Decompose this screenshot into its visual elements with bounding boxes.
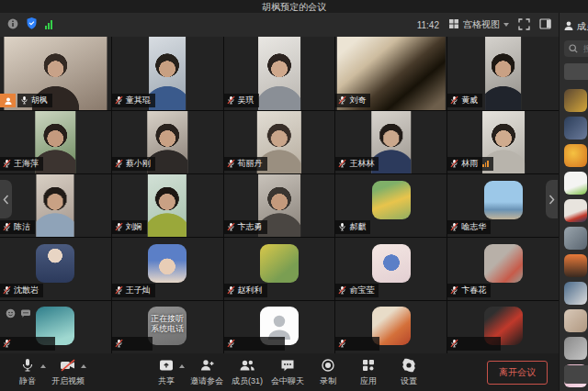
person-icon [563,20,574,33]
member-avatar[interactable] [564,227,587,250]
participant-avatar [484,244,523,283]
participant-name: 王海萍 [14,158,39,170]
member-avatar[interactable] [564,89,587,112]
mic-muted-icon [450,285,458,296]
meeting-title-bar: 胡枫预定的会议 [0,0,588,13]
participant-tile[interactable]: 王子灿 [112,238,223,300]
participant-tile[interactable]: 赵利利 [224,238,335,300]
members-button[interactable]: 成员(31) [227,355,267,390]
participant-tile[interactable]: 黄威 [447,37,559,110]
fullscreen-button[interactable] [518,18,530,32]
previous-page-button[interactable] [0,180,12,218]
start-video-button[interactable]: 开启视频 [48,355,88,390]
participant-video [485,37,522,110]
participant-video [148,174,187,237]
chevron-down-icon [503,23,509,27]
participant-tile[interactable]: 林雨 [447,111,559,173]
side-panel-toggle-button[interactable] [539,18,551,31]
video-options-caret[interactable] [81,364,86,368]
gear-icon [401,358,416,373]
participant-tile[interactable]: 沈散岩 [0,238,111,300]
apps-grid-icon [361,358,376,373]
participant-video [258,37,300,110]
apps-button[interactable]: 应用 [348,355,389,390]
chat-button[interactable]: 会中聊天 [267,355,308,390]
member-avatar[interactable] [564,172,587,195]
settings-label: 设置 [401,375,417,387]
participant-tile[interactable] [447,301,559,353]
mic-icon [21,358,34,373]
participant-tile[interactable] [224,301,335,353]
chat-reaction-icon [20,306,31,322]
member-avatar[interactable] [564,309,587,332]
members-panel-footer-button[interactable] [564,365,588,384]
mic-muted-icon [115,159,123,170]
participant-name: 喻志华 [461,221,486,233]
participant-tile[interactable]: 陈洁 [0,174,111,237]
participant-name: 荀丽丹 [238,158,263,170]
participant-tile[interactable]: 刘奇 [335,37,447,110]
participant-tile[interactable] [0,301,111,353]
participant-tile[interactable]: 正在接听 系统电话 [112,301,223,353]
mic-muted-icon [338,159,346,170]
clock-time: 11:42 [417,20,439,30]
member-search-input[interactable] [582,43,588,54]
leave-meeting-button[interactable]: 离开会议 [487,361,548,385]
invite-button[interactable]: 邀请参会 [187,355,227,390]
participant-tile[interactable]: 王林林 [335,111,447,173]
participant-tile[interactable]: 卞志勇 [224,174,335,237]
member-avatar[interactable] [564,117,587,140]
mic-muted-icon [227,95,235,106]
share-screen-icon [159,358,174,373]
mic-muted-icon [450,222,458,233]
participant-tile[interactable]: 荀丽丹 [224,111,335,173]
participant-tile[interactable]: 喻志华 [447,174,559,237]
members-label: 成员(31) [232,375,263,387]
participant-tile[interactable] [335,301,447,353]
participant-tile[interactable]: 王海萍 [0,111,111,173]
member-avatar[interactable] [564,337,587,360]
host-badge [0,94,16,107]
members-panel-button[interactable] [564,63,588,80]
mute-options-caret[interactable] [40,364,46,368]
participant-tile[interactable]: 蔡小刚 [112,111,223,173]
record-button[interactable]: 录制 [308,355,348,390]
member-search-box[interactable] [564,40,588,57]
participant-tile[interactable]: 胡枫 [0,37,111,110]
next-page-button[interactable] [546,180,558,218]
security-shield-icon[interactable] [26,17,38,33]
participant-tile[interactable]: 刘娴 [112,174,223,237]
member-avatar[interactable] [564,144,587,167]
members-icon [239,358,255,373]
smiley-reaction-icon [6,306,16,322]
member-avatar[interactable] [564,282,587,305]
mic-muted-icon [227,339,235,350]
participant-avatar [484,181,523,219]
mic-muted-icon [3,222,11,233]
info-icon[interactable] [7,17,18,33]
participant-name: 黄威 [461,95,478,106]
participant-tile[interactable]: 童其琨 [112,37,223,110]
participant-tile[interactable]: 郝麒 [335,174,447,237]
member-avatar[interactable] [564,254,587,277]
view-mode-button[interactable]: 宫格视图 [448,18,509,31]
participant-tile[interactable]: 俞宝莹 [335,238,447,300]
mic-muted-icon [338,285,346,296]
participant-tile[interactable]: 吴琪 [224,37,335,110]
participant-name: 胡枫 [31,95,48,106]
participant-tile[interactable]: 卞春花 [447,238,559,300]
mic-muted-icon [115,285,123,296]
participant-name: 王子灿 [126,285,151,296]
share-label: 共享 [158,375,175,387]
share-screen-button[interactable]: 共享 [146,355,187,390]
mute-button[interactable]: 静音 [7,355,48,390]
participant-name: 郝麒 [349,221,366,233]
settings-button[interactable]: 设置 [389,355,429,390]
member-avatar[interactable] [564,199,587,222]
invite-person-icon [199,358,215,373]
network-signal-icon [45,20,52,29]
mic-on-icon [20,95,28,106]
mic-muted-icon [450,159,458,170]
apps-label: 应用 [360,375,377,387]
share-options-caret[interactable] [179,364,185,368]
